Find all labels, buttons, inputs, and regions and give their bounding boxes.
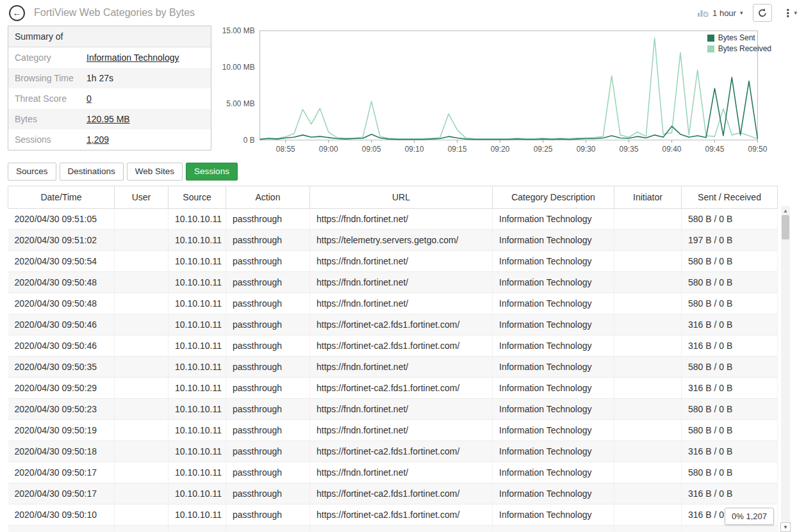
table-cell: https://fndn.fortinet.net/ (310, 526, 493, 532)
table-cell: passthrough (226, 293, 310, 314)
sessions-table-body: 2020/04/30 09:51:0510.10.10.11passthroug… (8, 209, 778, 532)
tab-sources[interactable]: Sources (8, 163, 56, 181)
table-cell: 2020/04/30 09:50:10 (8, 504, 115, 526)
table-row[interactable]: 2020/04/30 09:50:1910.10.10.11passthroug… (8, 420, 778, 441)
refresh-button[interactable] (753, 4, 772, 22)
column-header-category-description[interactable]: Category Description (493, 186, 614, 209)
svg-text:09:40: 09:40 (662, 145, 682, 154)
table-cell: Information Technology (493, 357, 614, 378)
summary-label: Threat Score (15, 93, 86, 104)
summary-value-threat-score[interactable]: 0 (86, 93, 92, 104)
back-button[interactable]: ← (9, 5, 25, 21)
tab-sessions[interactable]: Sessions (186, 163, 238, 181)
traffic-chart: 0 B5.00 MB10.00 MB15.00 MB08:5509:0009:0… (218, 26, 798, 157)
table-cell (115, 399, 169, 420)
table-row[interactable]: 2020/04/30 09:50:3510.10.10.11passthroug… (8, 357, 778, 378)
table-row[interactable]: 2020/04/30 09:50:2310.10.10.11passthroug… (8, 399, 778, 420)
scroll-up-icon[interactable]: ▲ (781, 206, 790, 215)
table-cell (115, 504, 169, 526)
legend-item: Bytes Received (707, 44, 771, 53)
table-row[interactable]: 2020/04/30 09:50:1710.10.10.11passthroug… (8, 462, 778, 483)
table-cell: 10.10.10.11 (169, 272, 226, 293)
column-header-sent-received[interactable]: Sent / Received (682, 186, 778, 209)
table-cell: 2020/04/30 09:51:05 (8, 209, 115, 230)
time-range-dropdown[interactable]: 1 hour ▾ (697, 8, 743, 18)
tab-destinations[interactable]: Destinations (60, 163, 124, 181)
scroll-down-icon[interactable]: ▼ (780, 522, 791, 532)
table-cell (115, 230, 169, 251)
table-cell: passthrough (226, 420, 310, 441)
table-row[interactable]: 2020/04/30 09:50:4610.10.10.11passthroug… (8, 314, 778, 335)
svg-text:09:15: 09:15 (448, 145, 467, 154)
back-arrow-icon: ← (13, 8, 22, 18)
table-cell (115, 483, 169, 504)
table-cell: passthrough (226, 483, 310, 504)
summary-label: Sessions (15, 134, 86, 145)
svg-text:15.00 MB: 15.00 MB (222, 26, 255, 35)
table-cell: passthrough (226, 209, 310, 230)
table-cell: 580 B / 0 B (682, 399, 778, 420)
table-cell (115, 209, 169, 230)
table-row[interactable]: 2020/04/30 09:50:5410.10.10.11passthroug… (8, 251, 778, 272)
table-cell (614, 314, 682, 335)
table-cell: 580 B / 0 B (682, 209, 778, 230)
table-row[interactable]: 2020/04/30 09:50:1810.10.10.11passthroug… (8, 441, 778, 462)
table-row[interactable]: 2020/04/30 09:50:1710.10.10.11passthroug… (8, 483, 778, 504)
table-cell (115, 462, 169, 483)
table-cell: passthrough (226, 335, 310, 357)
table-cell: 2020/04/30 09:51:02 (8, 230, 115, 251)
chart-legend: Bytes SentBytes Received (707, 33, 771, 53)
table-cell: 10.10.10.11 (169, 251, 226, 272)
table-cell: 10.10.10.11 (169, 209, 226, 230)
summary-value-sessions[interactable]: 1,209 (86, 134, 109, 145)
table-cell: 316 B / 0 B (682, 335, 778, 357)
svg-text:09:20: 09:20 (491, 145, 510, 154)
table-cell: 2020/04/30 09:50:46 (8, 314, 115, 335)
table-cell: passthrough (226, 230, 310, 251)
table-cell: 197 B / 0 B (682, 230, 778, 251)
column-header-action[interactable]: Action (226, 186, 310, 209)
table-row[interactable]: 2020/04/30 09:50:4610.10.10.11passthroug… (8, 335, 778, 357)
table-cell: 316 B / 0 B (682, 378, 778, 399)
svg-text:5.00 MB: 5.00 MB (226, 99, 254, 108)
table-cell: https://fndn.fortinet.net/ (310, 357, 493, 378)
table-row[interactable]: 2020/04/30 09:51:0210.10.10.11passthroug… (8, 230, 778, 251)
kebab-icon: ⋮ (782, 7, 793, 19)
table-cell: 316 B / 0 B (682, 314, 778, 335)
table-cell (614, 357, 682, 378)
table-cell: 2020/04/30 09:50:48 (8, 272, 115, 293)
summary-row-browsing-time: Browsing Time 1h 27s (8, 68, 211, 88)
table-cell (614, 230, 682, 251)
table-cell: 580 B / 0 B (682, 420, 778, 441)
summary-title: Summary of (8, 26, 211, 47)
column-header-initiator[interactable]: Initiator (614, 186, 682, 209)
svg-text:0 B: 0 B (243, 136, 255, 145)
summary-value-category[interactable]: Information Technology (86, 52, 179, 63)
table-row[interactable]: 2020/04/30 09:50:0510.10.10.11passthroug… (8, 526, 778, 532)
table-cell (614, 378, 682, 399)
table-cell: 10.10.10.11 (169, 378, 226, 399)
table-scrollbar[interactable]: ▲ ▼ (781, 206, 790, 532)
top-bar-controls: 1 hour ▾ ⋮ ▾ (697, 4, 797, 22)
legend-swatch (707, 45, 714, 52)
table-cell (614, 526, 682, 532)
table-cell: 10.10.10.11 (169, 462, 226, 483)
column-header-date-time[interactable]: Date/Time (8, 186, 115, 209)
summary-value-bytes[interactable]: 120.95 MB (86, 114, 130, 124)
sessions-table: Date/TimeUserSourceActionURLCategory Des… (8, 186, 778, 532)
table-row[interactable]: 2020/04/30 09:50:1010.10.10.11passthroug… (8, 504, 778, 526)
column-header-user[interactable]: User (115, 186, 169, 209)
table-cell: https://fndn.fortinet.net/ (310, 272, 493, 293)
more-options-button[interactable]: ⋮ ▾ (782, 7, 797, 19)
tab-web-sites[interactable]: Web Sites (127, 163, 183, 181)
table-row[interactable]: 2020/04/30 09:50:2910.10.10.11passthroug… (8, 378, 778, 399)
chevron-down-icon: ▾ (794, 10, 797, 16)
summary-label: Browsing Time (15, 73, 86, 83)
table-row[interactable]: 2020/04/30 09:50:4810.10.10.11passthroug… (8, 293, 778, 314)
column-header-source[interactable]: Source (169, 186, 226, 209)
column-header-url[interactable]: URL (310, 186, 493, 209)
table-cell (614, 483, 682, 504)
table-row[interactable]: 2020/04/30 09:51:0510.10.10.11passthroug… (8, 209, 778, 230)
table-row[interactable]: 2020/04/30 09:50:4810.10.10.11passthroug… (8, 272, 778, 293)
scrollbar-thumb[interactable] (782, 215, 789, 239)
